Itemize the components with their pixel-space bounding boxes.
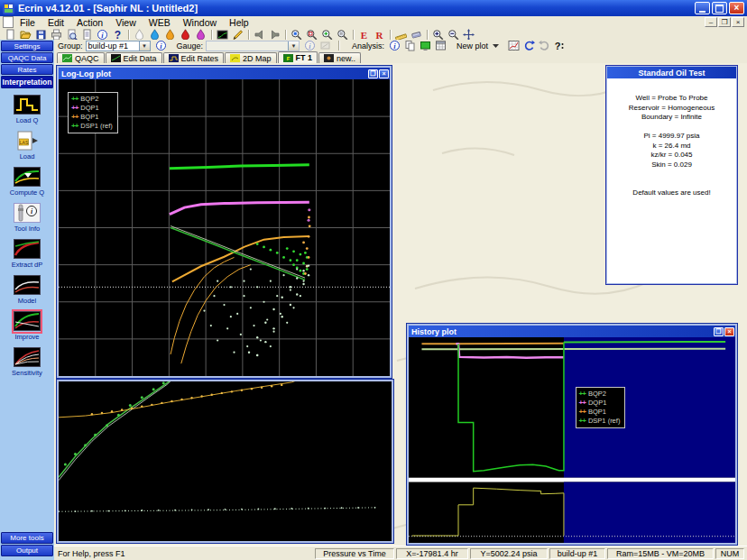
drop-blue-icon[interactable] <box>147 29 162 41</box>
sidebar-tool-load-q[interactable]: Load Q <box>14 95 41 124</box>
close-icon[interactable]: × <box>379 69 389 78</box>
menu-web[interactable]: WEB <box>143 17 177 28</box>
group-info-button[interactable]: i <box>153 40 169 51</box>
info-icon[interactable]: i <box>387 40 402 51</box>
undo-icon[interactable] <box>521 40 537 51</box>
sidebar-nav-settings[interactable]: Settings <box>1 41 53 51</box>
copy-icon[interactable] <box>402 40 418 51</box>
tab-edit-data[interactable]: Edit Data <box>106 52 162 63</box>
restore-button[interactable] <box>712 2 727 14</box>
print-icon[interactable] <box>49 29 64 41</box>
redo-icon[interactable] <box>537 40 552 51</box>
legend-marker: ++ <box>71 104 78 113</box>
drop-empty-icon[interactable] <box>132 29 147 41</box>
new-tab-icon <box>324 54 334 62</box>
pen-icon[interactable] <box>230 29 245 41</box>
sidebar-nav-rates[interactable]: Rates <box>1 64 53 75</box>
tab-new-[interactable]: new.. <box>318 52 361 63</box>
mdi-restore-button[interactable]: ❒ <box>718 17 731 27</box>
load-icon: LAS <box>14 131 41 151</box>
close-button[interactable]: × <box>729 2 744 14</box>
info-icon: i <box>302 40 318 51</box>
sidebar-tool-load[interactable]: LASLoad <box>14 131 41 161</box>
legend-row: ++DSP1 (ref) <box>579 417 621 426</box>
menu-help[interactable]: Help <box>223 17 255 28</box>
new-icon[interactable] <box>3 29 18 41</box>
history-title-bar[interactable]: History plot ❒ × <box>409 326 735 337</box>
sidebar-tool-sensitivity[interactable]: Sensitivity <box>12 347 42 377</box>
speaker-b-icon[interactable] <box>267 29 282 41</box>
menu-edit[interactable]: Edit <box>42 17 70 28</box>
legend-label: BQP1 <box>588 408 606 417</box>
sidebar-tool-model[interactable]: Model <box>14 275 41 305</box>
sidebar-more-tools-button[interactable]: More tools <box>1 532 53 544</box>
zoom-window-icon[interactable] <box>304 29 319 41</box>
extract-r-icon[interactable]: R <box>372 29 387 41</box>
minimize-button[interactable] <box>695 2 710 14</box>
semilog-plot-area[interactable] <box>59 381 392 541</box>
tab-2d-map[interactable]: 2D Map <box>225 52 277 63</box>
fit-scale-icon[interactable] <box>461 29 476 41</box>
zoom-in-icon[interactable] <box>430 29 446 41</box>
tab-label: QAQC <box>75 54 99 63</box>
close-icon[interactable]: × <box>724 327 734 336</box>
menu-action[interactable]: Action <box>70 17 109 28</box>
speaker-a-icon[interactable] <box>252 29 267 41</box>
drop-orange-icon[interactable] <box>162 29 178 41</box>
drop-red-icon[interactable] <box>178 29 193 41</box>
sidebar-nav-interpretation[interactable]: Interpretation <box>1 76 53 88</box>
mdi-close-button[interactable]: × <box>732 17 744 27</box>
zoom-dynamic-icon[interactable] <box>319 29 335 41</box>
loglog-title-bar[interactable]: Log-Log plot ❒ × <box>59 68 390 79</box>
help-icon[interactable]: ? <box>110 29 125 41</box>
black-plot-icon[interactable] <box>215 29 230 41</box>
sidebar-output-button[interactable]: Output <box>1 545 53 556</box>
zoom-prev-icon[interactable] <box>289 29 304 41</box>
tab-edit-rates[interactable]: Edit Rates <box>163 52 225 63</box>
table-icon[interactable] <box>433 40 448 51</box>
menu-file[interactable]: File <box>14 17 42 28</box>
maximize-icon[interactable]: ❒ <box>368 69 378 78</box>
ruler-icon[interactable] <box>393 29 409 41</box>
new-plot-caret-icon[interactable] <box>491 40 500 51</box>
tab-qaqc[interactable]: QAQC <box>57 52 105 63</box>
svg-text:?: ? <box>115 29 121 41</box>
plot-grid-icon[interactable] <box>506 40 521 51</box>
history-plot-area[interactable]: ++BQP2++DQP1++BQP1++DSP1 (ref) <box>409 337 735 543</box>
help-pointer-icon[interactable]: ? <box>552 40 567 51</box>
tab-label: Edit Data <box>124 54 157 63</box>
tab-ft-1[interactable]: FFT 1 <box>278 51 318 63</box>
loglog-plot-area[interactable]: ++BQP2++DQP1++BQP1++DSP1 (ref) <box>59 79 390 376</box>
sidebar-tool-extract-dp[interactable]: Extract dP <box>12 239 43 269</box>
svg-text:LAS: LAS <box>20 140 29 145</box>
screen-icon[interactable] <box>418 40 433 51</box>
sidebar-tool-compute-q[interactable]: Compute Q <box>10 167 44 197</box>
menu-view[interactable]: View <box>109 17 143 28</box>
group-combo[interactable]: build-up #1 ▼ <box>86 41 151 51</box>
save-icon[interactable] <box>33 29 49 41</box>
menu-window[interactable]: Window <box>177 17 223 28</box>
page-icon[interactable] <box>79 29 95 41</box>
window-title: Ecrin v4.12.01 - [Saphir NL : Untitled2] <box>18 3 198 14</box>
sidebar-tool-improve[interactable]: Improve <box>14 311 41 341</box>
zoom-grid-icon[interactable] <box>335 29 350 41</box>
new-plot-label[interactable]: New plot <box>456 41 488 50</box>
maximize-icon[interactable]: ❒ <box>714 327 724 336</box>
zoom-out-icon[interactable] <box>446 29 461 41</box>
extract-e-icon[interactable]: E <box>356 29 372 41</box>
eraser-icon[interactable] <box>409 29 424 41</box>
sidebar-tool-tool-info[interactable]: iTool Info <box>14 203 41 233</box>
tool-label: Load <box>20 152 35 161</box>
sidebar-nav-qaqc-data[interactable]: QAQC Data <box>1 52 53 63</box>
info-icon[interactable]: i <box>95 29 110 41</box>
preview-icon[interactable] <box>64 29 79 41</box>
legend-row: ++DSP1 (ref) <box>71 122 113 131</box>
tool-label: Improve <box>14 333 39 341</box>
loglog-plot-window: Log-Log plot ❒ × ++BQP2++DQP1++BQP1++DSP… <box>56 65 392 379</box>
chevron-down-icon[interactable]: ▼ <box>139 41 150 50</box>
mdi-minimize-button[interactable]: – <box>705 17 717 27</box>
drop-magenta-icon[interactable] <box>193 29 208 41</box>
info-line: Skin = 0.029 <box>607 161 736 170</box>
menu-bar: FileEditActionViewWEBWindowHelp – ❒ × <box>0 16 747 28</box>
open-icon[interactable] <box>18 29 33 41</box>
